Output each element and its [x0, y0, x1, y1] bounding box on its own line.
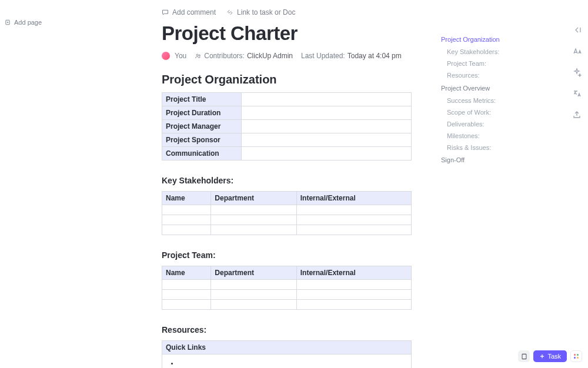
- svg-point-1: [196, 54, 198, 56]
- outline-item[interactable]: Risks & Issues:: [441, 142, 535, 153]
- table-row: [162, 290, 412, 300]
- col-name[interactable]: Name: [162, 266, 211, 280]
- outline-item[interactable]: Milestones:: [441, 130, 535, 142]
- bottom-actions: Task: [518, 350, 582, 362]
- outline-item[interactable]: Success Metrics:: [441, 95, 535, 106]
- doc-top-actions: Add comment Link to task or Doc: [162, 8, 415, 16]
- avatar: [162, 52, 170, 60]
- col-name[interactable]: Name: [162, 192, 211, 205]
- outline-item[interactable]: Scope of Work:: [441, 106, 535, 118]
- updated-label: Last Updated:: [301, 52, 345, 60]
- outline-item[interactable]: Project Team:: [441, 58, 535, 69]
- list-item[interactable]: [179, 358, 405, 368]
- table-row: [162, 225, 412, 235]
- col-quicklinks[interactable]: Quick Links: [162, 341, 412, 354]
- table-header-row: Name Department Internal/External: [162, 266, 412, 280]
- org-row-label[interactable]: Project Title: [162, 93, 242, 106]
- org-row-label[interactable]: Communication: [162, 147, 242, 160]
- team-table[interactable]: Name Department Internal/External: [162, 266, 412, 310]
- stakeholders-table[interactable]: Name Department Internal/External: [162, 191, 412, 235]
- meta-contributors[interactable]: Contributors: ClickUp Admin: [195, 52, 293, 60]
- section-org-heading[interactable]: Project Organization: [162, 73, 415, 86]
- table-row: [162, 280, 412, 290]
- org-row-value[interactable]: [242, 120, 412, 133]
- typography-icon[interactable]: [572, 46, 582, 56]
- outline-item[interactable]: Sign-Off: [441, 153, 535, 166]
- org-row-value[interactable]: [242, 147, 412, 160]
- comment-icon: [162, 9, 169, 16]
- outline-item[interactable]: Project Overview: [441, 82, 535, 95]
- add-page-button[interactable]: Add page: [5, 19, 42, 26]
- collapse-icon[interactable]: [572, 25, 582, 35]
- document-main: Add comment Link to task or Doc Project …: [162, 8, 415, 368]
- quick-links-list: [168, 358, 405, 368]
- table-row: Project Sponsor: [162, 133, 412, 147]
- plus-icon: [539, 353, 545, 359]
- apps-button[interactable]: [570, 350, 582, 362]
- note-icon: [521, 353, 527, 360]
- translate-icon[interactable]: [572, 88, 582, 99]
- outline-item[interactable]: Project Organization: [441, 33, 535, 46]
- table-header-row: Quick Links: [162, 341, 412, 354]
- task-button-label: Task: [547, 353, 561, 360]
- table-row: [162, 354, 412, 369]
- table-row: Project Duration: [162, 106, 412, 120]
- share-icon[interactable]: [572, 109, 582, 120]
- outline-item[interactable]: Deliverables:: [441, 118, 535, 130]
- people-icon: [195, 52, 202, 59]
- add-comment-button[interactable]: Add comment: [162, 8, 216, 16]
- right-rail: [572, 25, 582, 120]
- outline-item[interactable]: Resources:: [441, 69, 535, 81]
- outline-item[interactable]: Key Stakeholders:: [441, 46, 535, 58]
- meta-updated: Last Updated: Today at 4:04 pm: [301, 52, 402, 60]
- section-team-heading[interactable]: Project Team:: [162, 250, 415, 260]
- document-outline: Project Organization Key Stakeholders: P…: [441, 33, 535, 167]
- link-task-button[interactable]: Link to task or Doc: [226, 8, 295, 16]
- doc-meta-row: You Contributors: ClickUp Admin Last Upd…: [162, 52, 415, 60]
- ai-sparkle-icon[interactable]: [572, 67, 582, 78]
- meta-you-label: You: [175, 52, 186, 60]
- org-row-value[interactable]: [242, 133, 412, 147]
- resources-table[interactable]: Quick Links: [162, 340, 412, 368]
- org-row-label[interactable]: Project Duration: [162, 106, 242, 120]
- svg-point-2: [199, 55, 200, 56]
- svg-rect-3: [522, 354, 526, 359]
- add-page-label: Add page: [14, 19, 42, 26]
- table-header-row: Name Department Internal/External: [162, 192, 412, 205]
- org-row-label[interactable]: Project Manager: [162, 120, 242, 133]
- section-resources-heading[interactable]: Resources:: [162, 325, 415, 334]
- section-stakeholders-heading[interactable]: Key Stakeholders:: [162, 176, 415, 185]
- table-row: Project Manager: [162, 120, 412, 133]
- col-dept[interactable]: Department: [211, 192, 296, 205]
- apps-grid-icon: [574, 354, 579, 359]
- contributors-label: Contributors:: [204, 52, 245, 60]
- col-dept[interactable]: Department: [211, 266, 296, 280]
- link-task-label: Link to task or Doc: [237, 8, 295, 16]
- org-row-label[interactable]: Project Sponsor: [162, 133, 242, 147]
- col-intext[interactable]: Internal/External: [296, 266, 411, 280]
- updated-value: Today at 4:04 pm: [348, 52, 402, 60]
- org-table[interactable]: Project Title Project Duration Project M…: [162, 92, 412, 160]
- contributors-value: ClickUp Admin: [247, 52, 293, 60]
- table-row: [162, 300, 412, 310]
- col-intext[interactable]: Internal/External: [296, 192, 411, 205]
- table-row: Project Title: [162, 93, 412, 106]
- org-row-value[interactable]: [242, 93, 412, 106]
- note-button[interactable]: [518, 350, 530, 362]
- org-row-value[interactable]: [242, 106, 412, 120]
- new-task-button[interactable]: Task: [533, 350, 567, 362]
- meta-author[interactable]: You: [162, 52, 186, 60]
- doc-title[interactable]: Project Charter: [162, 22, 415, 45]
- add-comment-label: Add comment: [172, 8, 216, 16]
- quick-links-cell[interactable]: [162, 354, 412, 369]
- table-row: [162, 215, 412, 225]
- table-row: [162, 205, 412, 215]
- link-icon: [226, 9, 233, 16]
- plus-page-icon: [5, 19, 11, 25]
- table-row: Communication: [162, 147, 412, 160]
